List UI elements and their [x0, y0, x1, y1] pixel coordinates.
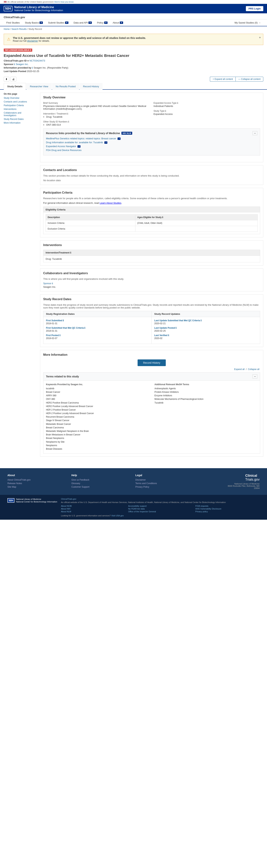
- gov-link[interactable]: Here's how you know: [54, 1, 73, 3]
- nav-about[interactable]: About ▼: [110, 20, 126, 26]
- list-item: Metastatic Malignant Neoplasm in the Bra…: [46, 430, 149, 433]
- dates-col-header-1: Study Registration Dates: [43, 311, 152, 317]
- download-button[interactable]: ⬇: [4, 77, 9, 82]
- list-item: ARRY-380: [46, 394, 149, 397]
- breadcrumb-search-results[interactable]: Search Results: [11, 28, 27, 30]
- list-item: Neoplasms by Site: [46, 440, 149, 444]
- print-button[interactable]: 🖨: [10, 77, 16, 82]
- expand-all-link[interactable]: Expand all: [234, 368, 244, 371]
- prs-login-button[interactable]: PRS Login: [246, 6, 263, 11]
- sponsor-info-icon[interactable]: ℹ: [14, 63, 15, 66]
- table-row: Exclusion Criteria:: [46, 226, 258, 231]
- footer-terms-conditions[interactable]: Terms and Conditions: [136, 482, 196, 485]
- overview-left: Brief Summary Physicians interested in r…: [43, 102, 150, 128]
- collapse-all-link[interactable]: Collapse all: [248, 368, 259, 371]
- eligibility-header: Eligibility Criteria: [43, 207, 260, 213]
- nav-study-basics[interactable]: Study Basics ▼: [22, 20, 46, 26]
- footer-no-fear[interactable]: No FEAR Act data: [128, 508, 192, 510]
- sidebar-item-study-overview[interactable]: Study Overview: [4, 97, 34, 99]
- dates-col-1: First Submitted ℹ 2018-01-31 First Submi…: [43, 317, 152, 344]
- nlm-link-drug-info[interactable]: Drug Information available for: availabl…: [46, 141, 257, 144]
- nlm-link-expanded-access[interactable]: Expanded Access Navigator ↗: [46, 145, 257, 148]
- warning-close-button[interactable]: +: [259, 36, 261, 40]
- footer-ct-gov-link[interactable]: ClinicalTrials.gov: [61, 498, 77, 500]
- study-type-value: Expanded Access: [153, 113, 260, 116]
- footer-customer-support[interactable]: Customer Support: [71, 486, 132, 488]
- disclaimer-link[interactable]: disclaimer: [27, 39, 38, 42]
- footer-about-nlm[interactable]: About NLM: [61, 510, 125, 513]
- footer-site-map[interactable]: Site Map: [7, 486, 68, 488]
- keywords-list: tucatinib Breast Cancer ARRY-380 ONT-380…: [46, 387, 149, 451]
- expand-all-button[interactable]: + Expand all content: [210, 77, 235, 82]
- footer-release-notes[interactable]: Release Notes: [7, 482, 68, 485]
- sponsor-label: Sponsor ℹ: [43, 282, 260, 285]
- list-item: tucatinib: [46, 387, 149, 391]
- nih-text: National Library of Medicine National Ce…: [14, 5, 63, 12]
- footer-feedback[interactable]: Give us Feedback: [71, 478, 132, 481]
- sidebar-item-more-info[interactable]: More Information: [4, 122, 34, 124]
- sidebar-item-collaborators[interactable]: Collaborators and Investigators: [4, 112, 34, 117]
- nct-id-link[interactable]: NCT03424473: [29, 59, 45, 62]
- footer-privacy-policy[interactable]: Privacy Policy: [136, 486, 196, 488]
- first-submitted-qc-label: First Submitted that Met QC Criteria ℹ: [46, 327, 149, 329]
- info-by-icon[interactable]: ℹ: [32, 66, 33, 69]
- nih-name-line1: National Library of Medicine: [14, 5, 63, 9]
- footer-links-row: ClinicalTrials.gov: [61, 498, 260, 500]
- tab-study-details[interactable]: Study Details: [4, 83, 26, 90]
- collapse-all-button[interactable]: — Collapse all content: [235, 77, 263, 82]
- terms-section: Terms related to this study − Keywords P…: [43, 372, 260, 454]
- footer-about-col: About About ClinicalTrials.gov Release N…: [7, 474, 68, 489]
- footer-hhs-vuln[interactable]: HHS Vulnerability Disclosure: [196, 508, 260, 510]
- sidebar-item-interventions[interactable]: Interventions: [4, 108, 34, 111]
- tab-researcher-view[interactable]: Researcher View: [26, 83, 52, 90]
- sidebar-item-contacts[interactable]: Contacts and Locations: [4, 100, 34, 103]
- list-item: Antineoplastic Agents: [154, 387, 257, 391]
- footer-disclaimer[interactable]: Disclaimer: [136, 478, 196, 481]
- first-posted-label: First Posted ℹ: [46, 334, 149, 337]
- nlm-collapse-button[interactable]: −: [253, 131, 257, 135]
- breadcrumb-home[interactable]: Home: [4, 28, 10, 30]
- footer-about-ncbi[interactable]: About NCBI: [61, 505, 125, 507]
- footer-about-nih[interactable]: About NIH: [61, 508, 125, 510]
- terms-collapse-button[interactable]: −: [253, 374, 257, 378]
- footer-inspector[interactable]: Office of the Inspector General: [128, 510, 192, 513]
- site-header: NIH National Library of Medicine Nationa…: [0, 4, 267, 13]
- nav-submit-studies[interactable]: Submit Studies ▼: [46, 20, 71, 26]
- tab-no-results-posted[interactable]: No Results Posted: [52, 83, 79, 90]
- my-saved-studies[interactable]: My Saved Studies (0) →: [232, 20, 263, 26]
- main-nav: Find Studies Study Basics ▼ Submit Studi…: [0, 20, 267, 26]
- footer-foia[interactable]: FOIA requests: [196, 505, 260, 507]
- list-item: Recurrent Breast Carcinoma: [46, 415, 149, 419]
- nav-find-studies[interactable]: Find Studies: [4, 20, 22, 26]
- footer-nih-line2: National Center for Biotechnology Inform…: [16, 500, 57, 503]
- study-record-dates-desc: These dates track the progress of study …: [43, 304, 260, 309]
- last-update-qc-value: 2020-02-21: [154, 322, 257, 325]
- list-item: HER-2 Positive Locally Advanced Breast C…: [46, 412, 149, 415]
- nav-policy[interactable]: Policy ▼: [94, 20, 110, 26]
- list-item: Metastatic Breast Cancer: [46, 423, 149, 426]
- study-nct-id: ClinicalTrials.gov ID ● NCT03424473: [4, 59, 263, 62]
- nav-data-api[interactable]: Data and API ▼: [71, 20, 94, 26]
- record-history-button[interactable]: Record History: [138, 360, 166, 366]
- mesh-list: Antineoplastic Agents Protein-Kinase Inh…: [154, 387, 257, 405]
- last-update-posted-label: Last Update Posted ℹ: [154, 327, 257, 329]
- footer-usa-gov-link[interactable]: Visit USA.gov: [111, 515, 124, 517]
- list-item: Stage IV Breast Cancer: [46, 419, 149, 422]
- list-item: Breast Carcinoma: [46, 426, 149, 430]
- sidebar-item-study-record-dates[interactable]: Study Record Dates: [4, 118, 34, 120]
- intervention-value: Drug: Tucatinib: [43, 256, 260, 262]
- footer-glossary[interactable]: Glossary: [71, 482, 132, 485]
- collaborators-header: Collaborators and Investigators: [43, 272, 260, 276]
- nlm-link-medlineplus[interactable]: MedlinePlus Genetics related topics: rel…: [46, 137, 257, 140]
- footer-privacy[interactable]: Privacy policy: [196, 510, 260, 513]
- footer-about-clinicaltrials[interactable]: About ClinicalTrials.gov: [7, 478, 68, 481]
- last-verified-value: 2020-02: [154, 337, 257, 340]
- footer-main: About About ClinicalTrials.gov Release N…: [0, 468, 267, 495]
- sponsor-link[interactable]: Seagen Inc.: [16, 63, 29, 66]
- footer-accessibility[interactable]: Accessibility support: [128, 505, 192, 507]
- nlm-link-fda[interactable]: FDA Drug and Device Resources: [46, 149, 257, 152]
- tab-record-history[interactable]: Record History: [80, 83, 102, 90]
- sidebar-item-participation[interactable]: Participation Criteria: [4, 104, 34, 107]
- dates-grid: Study Registration Dates Study Record Up…: [43, 311, 260, 344]
- learn-about-studies-link[interactable]: Learn About Studies: [99, 202, 121, 204]
